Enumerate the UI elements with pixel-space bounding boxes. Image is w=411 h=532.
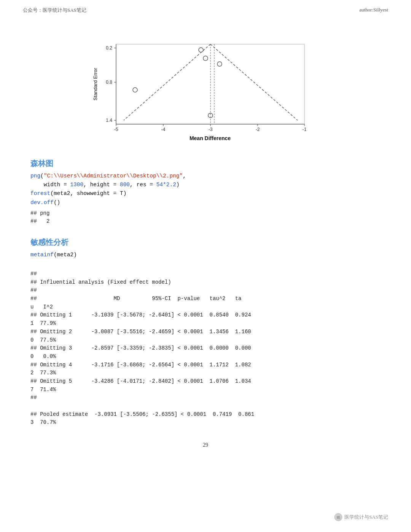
y-tick-0.8: 0.8 [106,80,112,85]
code-png-func: png [30,173,40,179]
main-content: Standard Error 0.2 0.8 1.4 -5 -4 -3 [0,18,411,463]
sensitivity-section: 敏感性分析 metainf(meta2) ## ## Influential a… [30,237,381,427]
code-height-val: 800 [120,182,130,188]
svg-text:统: 统 [337,516,340,519]
page-header: 公众号：医学统计与SAS笔记 author:Sillyest [0,0,411,18]
x-tick-neg2: -2 [256,127,260,132]
x-axis-label: Mean Difference [190,135,231,141]
sensitivity-code: metainf(meta2) [30,251,381,259]
code-comma1: , [183,173,186,179]
footer-text: 医学统计与SAS笔记 [344,514,388,521]
forest-code: png("C:\\Users\\Administrator\\Desktop\\… [30,172,381,207]
footer: 统 医学统计与SAS笔记 [334,513,388,521]
code-comma2: , [83,182,90,188]
code-paren1: ( [40,173,44,179]
x-tick-neg5: -5 [114,127,118,132]
funnel-plot-container: Standard Error 0.2 0.8 1.4 -5 -4 -3 [30,37,381,147]
footer-icon: 统 [334,513,342,521]
code-paren2: ) [176,182,180,188]
code-height-label: height = [90,182,120,188]
forest-title: 森林图 [30,158,381,169]
code-res-val: 54*2.2 [156,182,176,188]
header-left: 公众号：医学统计与SAS笔记 [23,7,86,14]
y-axis-label: Standard Error [92,68,98,101]
code-metainf-args: (meta2) [54,252,77,258]
sensitivity-title: 敏感性分析 [30,237,381,248]
code-filepath: "C:\\Users\\Administrator\\Desktop\\2.pn… [44,173,183,179]
code-forest-func: forest [30,190,50,197]
code-width-label: width = [30,182,70,188]
code-devoff-func: dev.off [30,200,54,206]
x-tick-neg4: -4 [161,127,166,132]
page-number: 29 [30,442,381,448]
forest-output: ## png ## 2 [30,209,381,226]
y-tick-0.2: 0.2 [106,45,112,51]
header-right: author:Sillyest [359,7,388,14]
forest-section: 森林图 png("C:\\Users\\Administrator\\Deskt… [30,158,381,226]
code-forest-args: (meta2, showweight = T) [50,190,126,197]
x-tick-neg1: -1 [303,127,307,132]
sensitivity-output: ## ## Influential analysis (Fixed effect… [30,262,381,427]
y-tick-1.4: 1.4 [106,118,112,123]
funnel-plot-svg: Standard Error 0.2 0.8 1.4 -5 -4 -3 [91,37,320,147]
code-width-val: 1300 [70,182,83,188]
x-tick-neg3: -3 [209,127,213,132]
code-metainf-func: metainf [30,252,54,258]
code-devoff-paren: () [54,200,60,206]
code-comma3: , res = [130,182,156,188]
